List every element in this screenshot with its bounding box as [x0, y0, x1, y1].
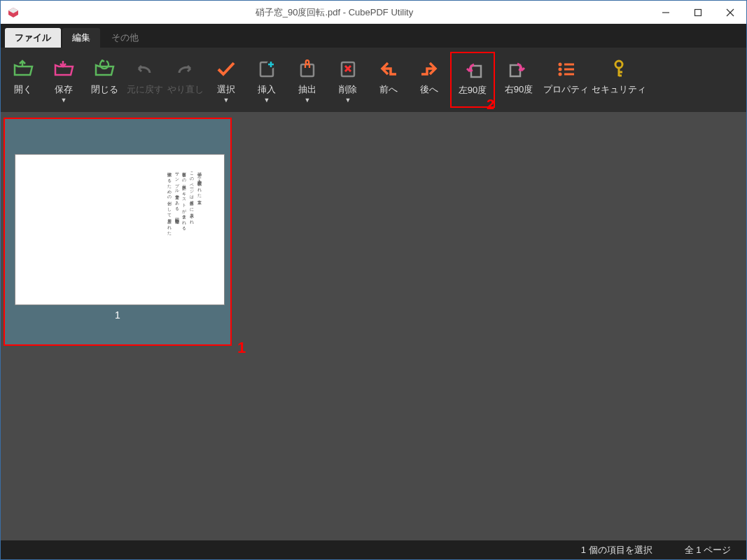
rotate-right-button[interactable]: 右90度	[496, 52, 541, 108]
list-icon	[557, 57, 576, 80]
svg-point-14	[558, 68, 561, 71]
redo-button[interactable]: やり直し	[166, 52, 205, 108]
dropdown-icon: ▼	[345, 97, 351, 103]
save-button[interactable]: 保存 ▼	[44, 52, 83, 108]
titlebar: 硝子窓_90度回転.pdf - CubePDF Utility	[1, 1, 746, 24]
select-button[interactable]: 選択 ▼	[207, 52, 246, 108]
status-selected: 1 個の項目を選択	[581, 544, 652, 556]
annotation-2: 2	[487, 97, 494, 113]
dropdown-icon: ▼	[264, 97, 270, 103]
tab-file[interactable]: ファイル	[5, 28, 61, 48]
redo-icon	[175, 57, 196, 80]
open-button[interactable]: 開く	[4, 52, 43, 108]
app-icon	[8, 7, 19, 18]
undo-button[interactable]: 元に戻す	[125, 52, 165, 108]
minimize-button[interactable]	[650, 1, 682, 24]
delete-icon	[337, 57, 358, 80]
prev-button[interactable]: 前へ	[369, 52, 408, 108]
status-bar: 1 個の項目を選択 全 1 ページ	[1, 540, 746, 559]
dropdown-icon: ▼	[61, 97, 67, 103]
window-title: 硝子窓_90度回転.pdf - CubePDF Utility	[19, 6, 650, 19]
tab-other[interactable]: その他	[102, 28, 148, 48]
properties-button[interactable]: プロパティ	[543, 52, 589, 108]
annotation-1: 1	[237, 339, 246, 357]
ribbon: 開く 保存 ▼ 閉じる 元に戻す やり直し 選択 ▼ 挿入 ▼	[1, 48, 746, 112]
key-icon	[610, 57, 627, 80]
undo-icon	[134, 57, 155, 80]
extract-icon	[297, 57, 318, 80]
tab-bar: ファイル 編集 その他	[1, 24, 746, 48]
content-area: 硝子窓 九十度回転された文章このページは横向きに表示され縦書きの日本語テキストが…	[1, 112, 746, 540]
prev-icon	[378, 57, 399, 80]
page-text: 硝子窓 九十度回転された文章このページは横向きに表示され縦書きの日本語テキストが…	[165, 169, 203, 290]
dropdown-icon: ▼	[305, 97, 311, 103]
window-controls	[650, 1, 746, 24]
maximize-button[interactable]	[682, 1, 714, 24]
dropdown-icon: ▼	[223, 97, 230, 103]
rotate-right-icon	[508, 57, 530, 80]
rotate-left-button[interactable]: 左90度 2	[450, 52, 495, 108]
svg-rect-10	[471, 66, 481, 77]
delete-button[interactable]: 削除 ▼	[328, 52, 368, 108]
page-number: 1	[5, 309, 230, 321]
close-button[interactable]	[714, 1, 746, 24]
svg-point-18	[615, 61, 622, 68]
svg-rect-11	[510, 65, 520, 76]
close-file-button[interactable]: 閉じる	[85, 52, 124, 108]
svg-point-12	[558, 63, 561, 66]
security-button[interactable]: セキュリティ	[591, 52, 647, 108]
close-file-icon	[94, 57, 115, 80]
next-icon	[419, 57, 440, 80]
svg-point-16	[558, 73, 561, 76]
rotate-left-icon	[461, 57, 484, 81]
page-thumbnail-selected[interactable]: 硝子窓 九十度回転された文章このページは横向きに表示され縦書きの日本語テキストが…	[4, 118, 232, 346]
insert-icon	[256, 57, 277, 80]
svg-rect-3	[695, 9, 701, 15]
open-icon	[13, 57, 34, 80]
extract-button[interactable]: 抽出 ▼	[288, 52, 327, 108]
check-icon	[216, 57, 237, 80]
page-preview: 硝子窓 九十度回転された文章このページは横向きに表示され縦書きの日本語テキストが…	[15, 154, 225, 305]
tab-edit[interactable]: 編集	[62, 28, 100, 48]
next-button[interactable]: 後へ	[410, 52, 449, 108]
status-total: 全 1 ページ	[685, 544, 731, 556]
insert-button[interactable]: 挿入 ▼	[247, 52, 286, 108]
svg-rect-8	[301, 64, 314, 76]
save-icon	[53, 57, 74, 80]
